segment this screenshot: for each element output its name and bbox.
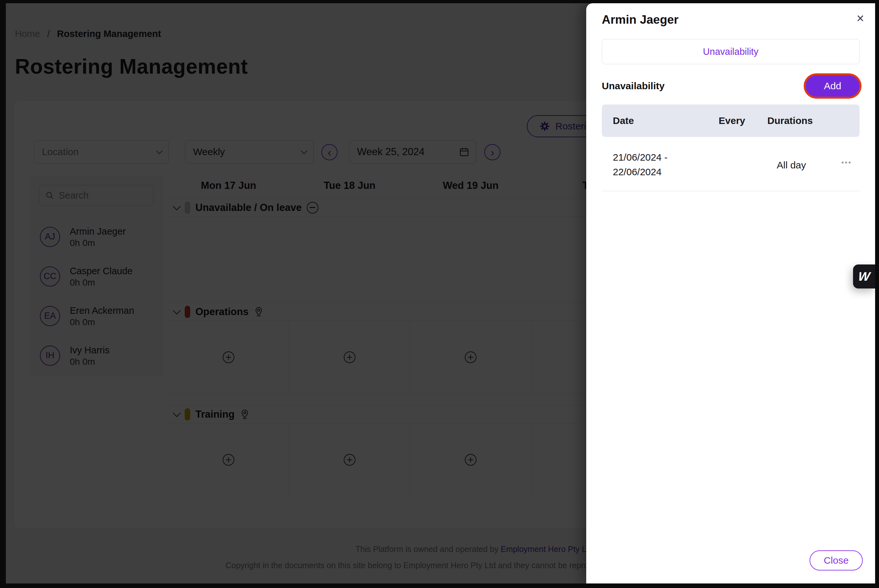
unavailability-heading: Unavailability <box>602 81 664 92</box>
unavailability-row-durations: All day <box>777 160 806 171</box>
employee-detail-drawer: Armin Jaeger × Unavailability Unavailabi… <box>586 3 875 584</box>
app-window: Home / Rostering Management Rostering Ma… <box>0 0 879 588</box>
tab-unavailability[interactable]: Unavailability <box>703 46 759 57</box>
column-header-every: Every <box>718 115 767 126</box>
row-divider <box>602 191 860 191</box>
drawer-close-button[interactable]: Close <box>810 550 863 570</box>
close-icon[interactable]: × <box>856 12 864 25</box>
date-range-start: 21/06/2024 - <box>613 150 668 165</box>
unavailability-row-date: 21/06/2024 - 22/06/2024 <box>613 150 668 179</box>
column-header-durations: Durations <box>767 115 813 126</box>
more-options-icon[interactable]: ••• <box>842 158 852 167</box>
add-unavailability-button[interactable]: Add <box>806 75 860 97</box>
column-header-date: Date <box>602 115 718 126</box>
drawer-title: Armin Jaeger <box>602 13 679 27</box>
unavailability-table-header: Date Every Durations <box>602 105 860 137</box>
date-range-end: 22/06/2024 <box>613 165 668 179</box>
w-logo-icon: W <box>858 270 870 284</box>
drawer-tabbar: Unavailability <box>602 39 860 64</box>
workzone-widget-button[interactable]: W <box>853 264 875 288</box>
